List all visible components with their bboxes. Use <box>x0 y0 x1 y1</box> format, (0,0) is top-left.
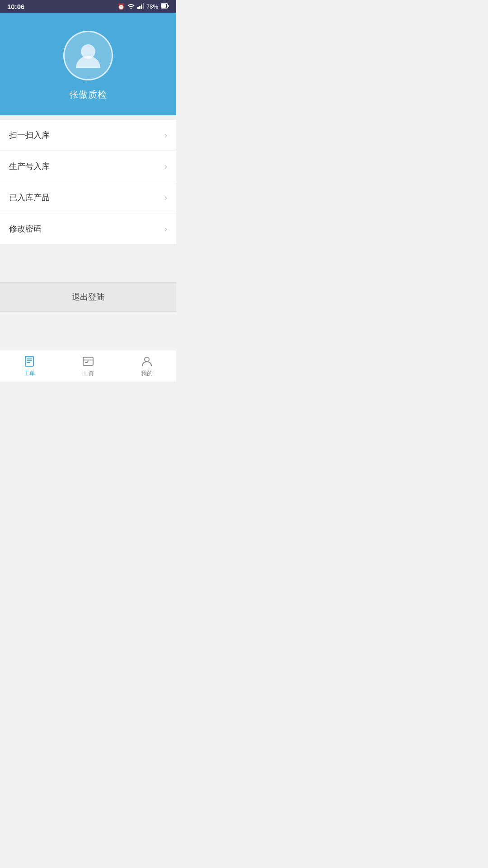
main-content: 张傲质检 扫一扫入库 › 生产号入库 › 已入库产品 › 修改密码 › 退出登陆 <box>0 13 176 350</box>
svg-rect-2 <box>141 5 142 9</box>
svg-rect-0 <box>137 7 139 9</box>
menu-item-change-password[interactable]: 修改密码 › <box>0 213 176 244</box>
menu-item-scan-in[interactable]: 扫一扫入库 › <box>0 120 176 151</box>
menu-item-stored-products[interactable]: 已入库产品 › <box>0 182 176 213</box>
bottom-spacer <box>0 312 176 350</box>
wifi-icon <box>127 3 135 10</box>
logout-section[interactable]: 退出登陆 <box>0 282 176 312</box>
status-icons: ⏰ 78% <box>117 3 169 10</box>
battery-icon <box>161 3 169 10</box>
svg-rect-1 <box>139 6 141 9</box>
svg-rect-6 <box>168 5 169 7</box>
production-in-label: 生产号入库 <box>9 161 50 172</box>
nav-item-salary[interactable]: ¥ 工资 <box>59 350 117 382</box>
svg-text:¥: ¥ <box>86 359 89 363</box>
chevron-icon-stored: › <box>164 193 167 203</box>
nav-label-workorder: 工单 <box>23 369 35 377</box>
status-bar: 10:06 ⏰ 78% <box>0 0 176 13</box>
profile-name: 张傲质检 <box>69 89 107 101</box>
menu-list: 扫一扫入库 › 生产号入库 › 已入库产品 › 修改密码 › <box>0 120 176 244</box>
chevron-icon-scan-in: › <box>164 131 167 140</box>
status-time: 10:06 <box>7 3 24 10</box>
change-password-label: 修改密码 <box>9 223 42 234</box>
nav-label-mine: 我的 <box>141 369 153 377</box>
avatar <box>63 31 113 80</box>
svg-point-17 <box>145 357 149 362</box>
logout-label: 退出登陆 <box>72 292 104 302</box>
svg-rect-12 <box>25 356 33 359</box>
profile-header: 张傲质检 <box>0 13 176 115</box>
scan-in-label: 扫一扫入库 <box>9 130 50 141</box>
svg-rect-5 <box>161 4 166 8</box>
nav-label-salary: 工资 <box>82 369 94 377</box>
menu-item-production-in[interactable]: 生产号入库 › <box>0 151 176 182</box>
chevron-icon-password: › <box>164 224 167 234</box>
nav-item-mine[interactable]: 我的 <box>117 350 176 382</box>
chevron-icon-production-in: › <box>164 162 167 171</box>
nav-item-workorder[interactable]: 工单 <box>0 350 59 382</box>
stored-products-label: 已入库产品 <box>9 192 50 203</box>
alarm-icon: ⏰ <box>117 3 125 10</box>
content-spacer <box>0 244 176 282</box>
bottom-nav: 工单 ¥ 工资 我的 <box>0 350 176 382</box>
svg-rect-3 <box>143 3 144 9</box>
battery-percentage: 78% <box>146 3 158 10</box>
signal-icon <box>137 3 144 10</box>
